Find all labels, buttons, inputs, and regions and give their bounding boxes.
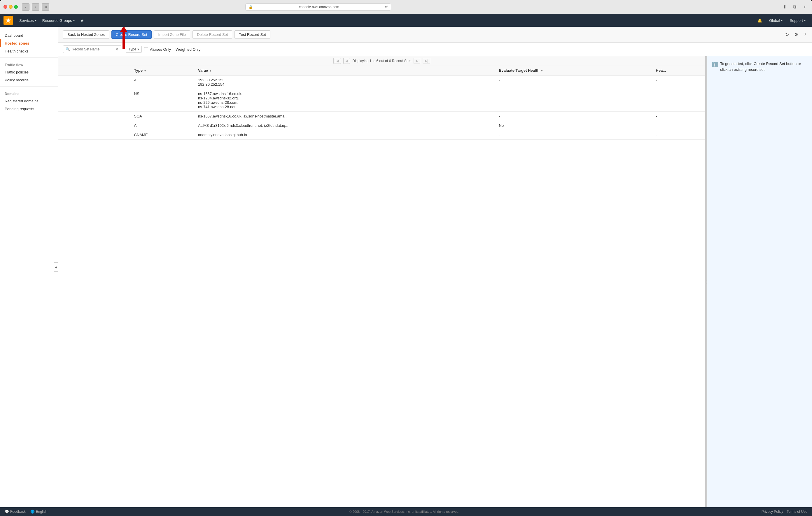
table-container: Type ▾ Value ▾ Evaluate Target Health ▾ … bbox=[58, 66, 705, 507]
sidebar-item-dashboard[interactable]: Dashboard bbox=[0, 31, 58, 39]
table-row[interactable]: A 192.30.252.153192.30.252.154 - - bbox=[58, 75, 705, 89]
test-record-set-button[interactable]: Test Record Set bbox=[234, 30, 270, 39]
cell-evaluate-4: - bbox=[496, 130, 652, 140]
back-to-hosted-zones-button[interactable]: Back to Hosted Zones bbox=[63, 30, 109, 39]
pin-icon[interactable]: ★ bbox=[78, 14, 87, 27]
col-type-header[interactable]: Type ▾ bbox=[130, 66, 195, 75]
toolbar: Back to Hosted Zones Create Record Set I… bbox=[58, 27, 812, 42]
table-area: |◀ ◀ Displaying 1 to 6 out of 6 Record S… bbox=[58, 56, 705, 507]
sidebar-divider bbox=[0, 57, 58, 58]
services-menu[interactable]: Services ▾ bbox=[16, 14, 39, 27]
cell-evaluate-0: - bbox=[496, 75, 652, 89]
right-panel-text: To get started, click Create Record Set … bbox=[720, 61, 807, 72]
toolbar-actions: ↻ ⚙ ? bbox=[784, 31, 807, 38]
prev-page-button[interactable]: ◀ bbox=[343, 58, 350, 64]
global-chevron-icon: ▾ bbox=[781, 19, 783, 22]
table-row[interactable]: NS ns-1667.awsdns-16.co.uk.ns-1284.awsdn… bbox=[58, 89, 705, 112]
cell-value-4: anomalyinnovations.github.io bbox=[195, 130, 495, 140]
browser-actions: ⬆ ⧉ + bbox=[781, 3, 809, 11]
cell-type-1: NS bbox=[130, 89, 195, 112]
language-label: English bbox=[36, 510, 47, 514]
address-bar[interactable]: 🔒 console.aws.amazon.com ↺ bbox=[245, 3, 391, 10]
sidebar-item-pending-requests[interactable]: Pending requests bbox=[0, 105, 58, 113]
support-label: Support bbox=[789, 18, 803, 23]
sidebar-item-health-checks[interactable]: Health checks bbox=[0, 47, 58, 55]
privacy-policy-link[interactable]: Privacy Policy bbox=[761, 510, 783, 514]
sidebar: Dashboard Hosted zones Health checks Tra… bbox=[0, 27, 58, 507]
nav-right: 🔔 Global ▾ Support ▾ bbox=[755, 18, 809, 23]
feedback-label: Feedback bbox=[10, 510, 26, 514]
right-panel-info: ℹ️ To get started, click Create Record S… bbox=[712, 61, 807, 72]
help-icon[interactable]: ? bbox=[802, 31, 807, 38]
next-page-button[interactable]: ▶ bbox=[413, 58, 420, 64]
forward-nav-button[interactable]: › bbox=[32, 3, 39, 11]
evaluate-sort-icon: ▾ bbox=[541, 69, 543, 72]
page-area: Back to Hosted Zones Create Record Set I… bbox=[58, 27, 812, 507]
terms-of-use-link[interactable]: Terms of Use bbox=[787, 510, 807, 514]
sidebar-collapse-button[interactable]: ◀ bbox=[54, 262, 58, 272]
col-value-header[interactable]: Value ▾ bbox=[195, 66, 495, 75]
sidebar-item-policy-records[interactable]: Policy records bbox=[0, 76, 58, 84]
clear-search-button[interactable]: ✕ bbox=[115, 47, 119, 52]
col-evaluate-header[interactable]: Evaluate Target Health ▾ bbox=[496, 66, 652, 75]
content-wrapper: |◀ ◀ Displaying 1 to 6 out of 6 Record S… bbox=[58, 56, 812, 507]
cell-evaluate-1: - bbox=[496, 89, 652, 112]
import-zone-file-button[interactable]: Import Zone File bbox=[154, 30, 191, 39]
filter-bar: 🔍 ✕ Type ▾ Aliases Only bbox=[58, 42, 812, 56]
cell-health-1: - bbox=[652, 89, 705, 112]
type-select[interactable]: Type ▾ bbox=[126, 46, 142, 53]
col-health-header[interactable]: Hea... bbox=[652, 66, 705, 75]
cell-health-0: - bbox=[652, 75, 705, 89]
new-tab-button[interactable]: + bbox=[801, 3, 809, 11]
first-page-button[interactable]: |◀ bbox=[334, 58, 341, 64]
sidebar-item-hosted-zones[interactable]: Hosted zones bbox=[0, 39, 58, 47]
main-content: Dashboard Hosted zones Health checks Tra… bbox=[0, 27, 812, 507]
search-box[interactable]: 🔍 ✕ bbox=[63, 45, 121, 53]
resource-groups-chevron-icon: ▾ bbox=[73, 19, 75, 22]
footer: 💬 Feedback 🌐 English © 2008 - 2017, Amaz… bbox=[0, 507, 812, 516]
annotation-area: 🔍 ✕ Type ▾ Aliases Only bbox=[58, 42, 812, 56]
type-select-label: Type bbox=[128, 47, 136, 51]
resource-groups-menu[interactable]: Resource Groups ▾ bbox=[39, 14, 78, 27]
cell-name-2 bbox=[58, 112, 130, 121]
global-menu[interactable]: Global ▾ bbox=[766, 18, 786, 23]
records-table: Type ▾ Value ▾ Evaluate Target Health ▾ … bbox=[58, 66, 705, 140]
last-page-button[interactable]: ▶| bbox=[423, 58, 430, 64]
feedback-button[interactable]: 💬 Feedback bbox=[5, 510, 26, 514]
minimize-button[interactable] bbox=[9, 5, 12, 9]
cell-name-3 bbox=[58, 121, 130, 130]
aws-logo-icon bbox=[5, 18, 11, 23]
table-row[interactable]: CNAME anomalyinnovations.github.io - - bbox=[58, 130, 705, 140]
settings-icon[interactable]: ⚙ bbox=[793, 31, 800, 38]
tabs-button[interactable]: ⊞ bbox=[42, 3, 49, 11]
cell-value-3: ALIAS d1r8102xi6mdx3.cloudfront.net. (z2… bbox=[195, 121, 495, 130]
back-nav-button[interactable]: ‹ bbox=[22, 3, 29, 11]
type-sort-icon: ▾ bbox=[144, 69, 146, 72]
aliases-only-label[interactable]: Aliases Only bbox=[144, 47, 171, 52]
aliases-only-checkbox[interactable] bbox=[144, 47, 148, 51]
cell-health-2: - bbox=[652, 112, 705, 121]
notifications-icon[interactable]: 🔔 bbox=[755, 18, 765, 23]
delete-record-set-button[interactable]: Delete Record Set bbox=[193, 30, 232, 39]
reload-icon[interactable]: ↺ bbox=[385, 5, 388, 9]
support-chevron-icon: ▾ bbox=[804, 19, 806, 22]
global-label: Global bbox=[769, 18, 780, 23]
table-row[interactable]: SOA ns-1667.awsdns-16.co.uk. awsdns-host… bbox=[58, 112, 705, 121]
footer-left: 💬 Feedback 🌐 English bbox=[5, 510, 47, 514]
services-chevron-icon: ▾ bbox=[35, 19, 36, 22]
sidebar-item-traffic-policies[interactable]: Traffic policies bbox=[0, 68, 58, 76]
window-button[interactable]: ⧉ bbox=[791, 3, 799, 11]
support-menu[interactable]: Support ▾ bbox=[787, 18, 809, 23]
cell-type-0: A bbox=[130, 75, 195, 89]
search-input[interactable] bbox=[72, 47, 113, 51]
maximize-button[interactable] bbox=[14, 5, 18, 9]
sidebar-item-registered-domains[interactable]: Registered domains bbox=[0, 97, 58, 105]
language-button[interactable]: 🌐 English bbox=[30, 510, 47, 514]
share-button[interactable]: ⬆ bbox=[781, 3, 789, 11]
table-row[interactable]: A ALIAS d1r8102xi6mdx3.cloudfront.net. (… bbox=[58, 121, 705, 130]
cell-type-3: A bbox=[130, 121, 195, 130]
create-record-set-button[interactable]: Create Record Set bbox=[111, 30, 152, 39]
close-button[interactable] bbox=[3, 5, 7, 9]
browser-chrome: ‹ › ⊞ 🔒 console.aws.amazon.com ↺ ⬆ ⧉ + bbox=[0, 0, 812, 14]
refresh-icon[interactable]: ↻ bbox=[784, 31, 790, 38]
